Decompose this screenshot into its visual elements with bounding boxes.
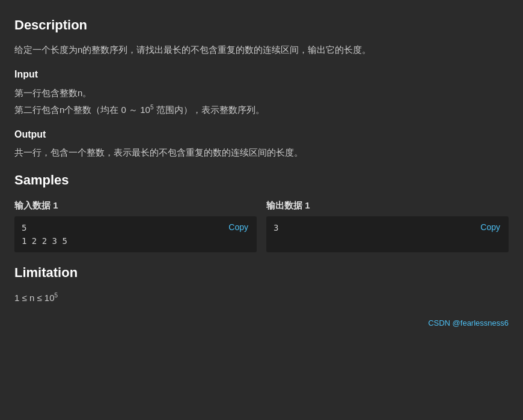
description-title: Description — [14, 14, 509, 35]
copy-output-button[interactable]: Copy — [478, 221, 503, 233]
sample-output-box: Copy 3 — [266, 216, 509, 252]
copy-input-button[interactable]: Copy — [226, 221, 251, 233]
footer: CSDN @fearlessness6 — [14, 317, 509, 330]
sample-input-box: Copy 5 1 2 2 3 5 — [14, 216, 257, 253]
sample-input-label: 输入数据 1 — [14, 198, 257, 213]
sample-output-content: 3 — [274, 221, 501, 234]
description-section: Description 给定一个长度为n的整数序列，请找出最长的不包含重复的数的… — [14, 14, 509, 57]
input-line2-post: 范围内），表示整数序列。 — [153, 105, 264, 115]
sample-input-block: 输入数据 1 Copy 5 1 2 2 3 5 — [14, 198, 257, 253]
limitation-title: Limitation — [14, 262, 509, 283]
footer-text: CSDN @fearlessness6 — [428, 318, 509, 327]
sample-output-block: 输出数据 1 Copy 3 — [266, 198, 509, 253]
output-section: Output 共一行，包含一个整数，表示最长的不包含重复的数的连续区间的长度。 — [14, 127, 509, 160]
input-section: Input 第一行包含整数n。 第二行包含n个整数（均在 0 ～ 105 范围内… — [14, 67, 509, 117]
sample-input-content: 5 1 2 2 3 5 — [22, 221, 249, 248]
limitation-section: Limitation 1 ≤ n ≤ 105 — [14, 262, 509, 305]
output-title: Output — [14, 127, 509, 142]
limitation-text: 1 ≤ n ≤ 105 — [14, 291, 509, 305]
input-line1: 第一行包含整数n。 — [14, 86, 509, 100]
input-line2-pre: 第二行包含n个整数（均在 0 ～ 10 — [14, 105, 150, 115]
input-title: Input — [14, 67, 509, 82]
limitation-pre: 1 ≤ n ≤ 10 — [14, 293, 55, 303]
sample-output-label: 输出数据 1 — [266, 198, 509, 213]
samples-section: Samples 输入数据 1 Copy 5 1 2 2 3 5 输出数据 1 C… — [14, 169, 509, 252]
samples-grid: 输入数据 1 Copy 5 1 2 2 3 5 输出数据 1 Copy 3 — [14, 198, 509, 253]
samples-title: Samples — [14, 169, 509, 190]
output-text: 共一行，包含一个整数，表示最长的不包含重复的数的连续区间的长度。 — [14, 145, 509, 160]
input-line2: 第二行包含n个整数（均在 0 ～ 105 范围内），表示整数序列。 — [14, 103, 509, 117]
description-text: 给定一个长度为n的整数序列，请找出最长的不包含重复的数的连续区间，输出它的长度。 — [14, 43, 509, 57]
limitation-sup: 5 — [55, 292, 58, 299]
